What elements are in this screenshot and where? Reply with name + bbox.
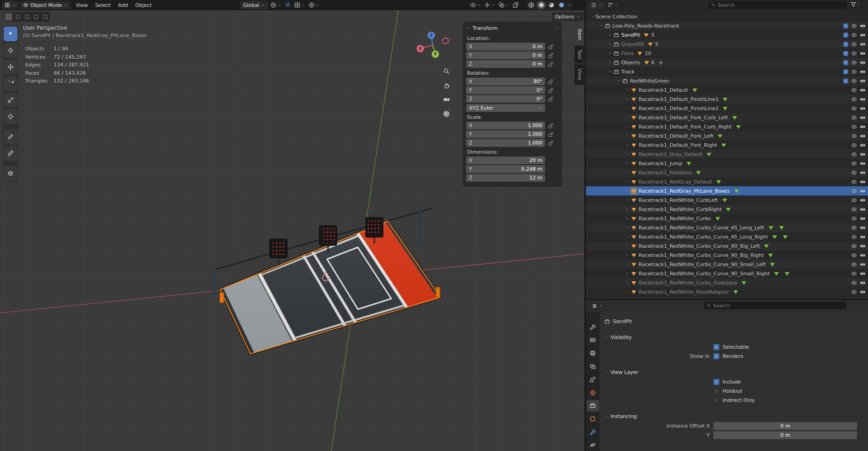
eye-icon[interactable]: [851, 243, 857, 249]
outliner-row-racetrack1-redgray-pitlane-boxes[interactable]: Racetrack1_RedGray_PitLane_Boxes: [586, 186, 868, 195]
eye-icon[interactable]: [851, 50, 857, 56]
expand-icon[interactable]: [624, 207, 630, 212]
include-checkbox[interactable]: Include: [713, 379, 741, 385]
outliner-row-track[interactable]: Track: [586, 67, 868, 76]
gizmos-dropdown[interactable]: [483, 1, 496, 9]
instancing-section-header[interactable]: Instancing: [600, 411, 868, 421]
eye-icon[interactable]: [851, 225, 857, 231]
camera-icon[interactable]: [860, 87, 866, 93]
eye-icon[interactable]: [851, 78, 857, 84]
visibility-dropdown[interactable]: [469, 1, 482, 9]
collapse-icon[interactable]: [607, 69, 613, 74]
camera-icon[interactable]: [860, 216, 866, 222]
expand-icon[interactable]: [624, 88, 630, 92]
outliner-search-input[interactable]: [718, 2, 844, 8]
select-mode-intersect-icon[interactable]: [41, 13, 49, 21]
expand-icon[interactable]: [624, 170, 630, 175]
camera-icon[interactable]: [860, 115, 866, 121]
properties-tab-collection[interactable]: [587, 400, 599, 412]
renders-checkbox[interactable]: Renders: [713, 353, 743, 359]
exclude-checkbox[interactable]: [843, 60, 848, 65]
outliner-row-racetrack1-redwhite-roadadapter[interactable]: Racetrack1_RedWhite_RoadAdapter: [586, 287, 868, 296]
location-z-field[interactable]: Z0 m: [466, 60, 545, 68]
view-layer-section-header[interactable]: View Layer: [600, 367, 868, 377]
tab-item[interactable]: Item: [574, 25, 584, 45]
scale-y-field[interactable]: Y1.000: [466, 130, 545, 138]
camera-icon[interactable]: [860, 78, 866, 84]
camera-icon[interactable]: [860, 50, 866, 56]
properties-tab-modifiers[interactable]: [587, 426, 599, 438]
snap-target-button[interactable]: [293, 1, 306, 9]
editor-divider[interactable]: [584, 0, 586, 451]
eye-icon[interactable]: [851, 234, 857, 240]
mode-dropdown[interactable]: Object Mode: [20, 1, 71, 9]
eye-icon[interactable]: [851, 41, 857, 47]
pivot-point-button[interactable]: [269, 1, 282, 9]
expand-icon[interactable]: [624, 198, 630, 202]
outliner-row-racetrack1-redwhite-curbs[interactable]: Racetrack1_RedWhite_Curbs: [586, 214, 868, 223]
eye-icon[interactable]: [851, 32, 857, 38]
expand-icon[interactable]: [607, 33, 613, 37]
exclude-checkbox[interactable]: [843, 69, 848, 74]
camera-icon[interactable]: [860, 69, 866, 75]
outliner-row-redwhitegreen[interactable]: RedWhiteGreen: [586, 76, 868, 85]
collapse-icon[interactable]: [590, 14, 595, 19]
toggle-perspective-icon[interactable]: [440, 107, 452, 120]
outliner-search[interactable]: [709, 1, 846, 9]
camera-icon[interactable]: [860, 252, 866, 258]
eye-icon[interactable]: [851, 280, 857, 286]
properties-tab-object[interactable]: [587, 413, 599, 425]
eye-icon[interactable]: [851, 69, 857, 75]
camera-view-icon[interactable]: [440, 93, 452, 106]
proportional-edit-button[interactable]: [307, 1, 320, 9]
lock-icon[interactable]: [547, 96, 554, 102]
camera-icon[interactable]: [860, 206, 866, 212]
outliner-row-racetrack1-redwhite-curbs-overpass[interactable]: Racetrack1_RedWhite_Curbs_Overpass: [586, 278, 868, 287]
exclude-checkbox[interactable]: [843, 51, 848, 56]
exclude-checkbox[interactable]: [843, 78, 848, 84]
eye-icon[interactable]: [851, 179, 857, 185]
expand-icon[interactable]: [607, 42, 613, 46]
camera-icon[interactable]: [860, 106, 866, 111]
instance-offset-field[interactable]: 0 m: [713, 422, 857, 430]
outliner-row-racetrack1-gray-default[interactable]: Racetrack1_Gray_Default: [586, 150, 868, 159]
outliner-display-mode-button[interactable]: [606, 1, 619, 9]
eye-icon[interactable]: [851, 115, 857, 121]
expand-icon[interactable]: [607, 60, 613, 65]
panel-grip-icon[interactable]: ∷: [556, 26, 559, 31]
camera-icon[interactable]: [860, 133, 866, 139]
eye-icon[interactable]: [851, 262, 857, 267]
rotation-y-field[interactable]: Y0°: [466, 86, 545, 94]
lock-icon[interactable]: [547, 61, 554, 67]
outliner-row-racetrack1-default[interactable]: Racetrack1_Default: [586, 85, 868, 95]
expand-icon[interactable]: [624, 161, 630, 166]
pan-hand-icon[interactable]: [440, 79, 452, 91]
selectable-checkbox[interactable]: Selectable: [713, 344, 749, 350]
expand-icon[interactable]: [624, 106, 630, 111]
menu-select[interactable]: Select: [91, 2, 114, 9]
expand-icon[interactable]: [624, 189, 630, 193]
dimensions-y-field[interactable]: Y0.248 m: [466, 165, 545, 173]
properties-tab-scene[interactable]: [587, 373, 599, 385]
outliner-editor-type-button[interactable]: [588, 1, 605, 9]
location-x-field[interactable]: X0 m: [466, 43, 545, 50]
expand-icon[interactable]: [624, 271, 630, 276]
eye-icon[interactable]: [851, 161, 857, 167]
lock-icon[interactable]: [547, 44, 554, 50]
exclude-checkbox[interactable]: [843, 33, 848, 38]
eye-icon[interactable]: [851, 289, 857, 295]
collapse-panel-icon[interactable]: [466, 26, 470, 30]
camera-icon[interactable]: [860, 262, 866, 267]
properties-tab-render[interactable]: [587, 334, 599, 346]
shading-solid-icon[interactable]: [537, 1, 546, 9]
eye-icon[interactable]: [851, 206, 857, 212]
menu-add[interactable]: Add: [114, 2, 131, 9]
outliner-row-racetrack1-redwhite-curbs-curve-45-long-left[interactable]: Racetrack1_RedWhite_Curbs_Curve_45_Long_…: [586, 223, 868, 232]
menu-object[interactable]: Object: [132, 2, 156, 9]
eye-icon[interactable]: [851, 96, 857, 102]
properties-tab-physics[interactable]: [587, 439, 599, 451]
visibility-section-header[interactable]: Visibility: [600, 332, 868, 342]
outliner-row-racetrack1-redwhite-curbs-curve-45-long-right[interactable]: Racetrack1_RedWhite_Curbs_Curve_45_Long_…: [586, 232, 868, 241]
overlays-dropdown[interactable]: [497, 1, 510, 9]
lock-icon[interactable]: [547, 87, 554, 94]
